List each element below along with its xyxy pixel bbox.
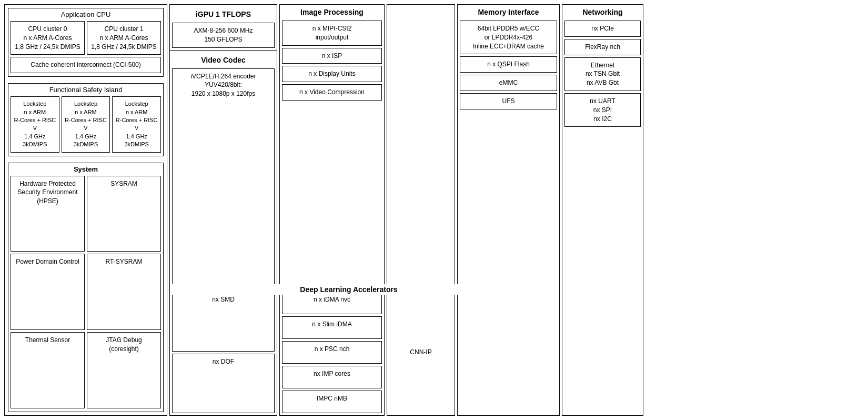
app-cpu-section: Application CPU CPU cluster 0 n x ARM A-…: [8, 8, 164, 77]
power-domain-box: Power Domain Control: [11, 254, 85, 330]
cache-coherent: Cache coherent interconnect (CCI-500): [11, 57, 161, 73]
diagram: Application CPU CPU cluster 0 n x ARM A-…: [0, 0, 868, 420]
networking-title: Networking: [562, 5, 643, 18]
pcie-box: nx PCIe: [564, 21, 641, 37]
idma-box: n x iDMA nvc: [282, 292, 382, 314]
smd-box: nx SMD: [172, 292, 275, 352]
mipi-box: n x MIPI-CSI2 input/output: [282, 21, 382, 46]
igpu-vc-col: iGPU 1 TFLOPS AXM-8-256 600 MHz 150 GFLO…: [169, 4, 277, 416]
lockstep-3: Lockstep n x ARM R-Cores + RISC V 1,4 GH…: [112, 96, 161, 152]
mem-iface-title: Memory Interface: [458, 5, 559, 18]
system-section: System Hardware Protected Security Envir…: [8, 163, 164, 412]
igpu-box: AXM-8-256 600 MHz 150 GFLOPS: [172, 23, 275, 48]
ufs-box: UFS: [460, 93, 557, 109]
serial-box: nx UART nx SPI nx I2C: [564, 93, 641, 127]
sysram-box: SYSRAM: [87, 176, 161, 252]
system-title: System: [11, 165, 161, 176]
thermal-sensor-box: Thermal Sensor: [11, 332, 85, 408]
slim-idma-box: n x Slim iDMA: [282, 316, 382, 339]
mem-iface-col: Memory Interface 64bit LPDDR5 w/ECC or L…: [457, 4, 560, 416]
rt-sysram-box: RT-SYSRAM: [87, 254, 161, 330]
igpu-title: iGPU 1 TFLOPS: [172, 7, 275, 21]
qspi-box: n x QSPI Flash: [460, 56, 557, 73]
lockstep-2: Lockstep n x ARM R-Cores + RISC V 1,4 GH…: [62, 96, 110, 152]
psc-box: n x PSC nch: [282, 341, 382, 364]
jtag-debug-box: JTAG Debug (coresight): [87, 332, 161, 408]
isp-box: n x ISP: [282, 48, 382, 64]
dof-box: nx DOF: [172, 354, 275, 414]
flexray-box: FlexRay nch: [564, 39, 641, 55]
img-proc-col: Image Processing n x MIPI-CSI2 input/out…: [279, 4, 385, 416]
impc-box: IMPC nMB: [282, 391, 382, 413]
emmc-box: eMMC: [460, 75, 557, 91]
cpu-cluster-1: CPU cluster 1 n x ARM A-Cores 1,8 GHz / …: [87, 21, 161, 55]
hpse-box: Hardware Protected Security Environment …: [11, 176, 85, 252]
imp-box: nx IMP cores: [282, 366, 382, 388]
cnn-ip-box: CNN-IP: [387, 289, 455, 415]
display-units-box: n x Display Units: [282, 66, 382, 82]
func-safety-title: Functional Safety Island: [11, 86, 161, 96]
cpu-cluster-0: CPU cluster 0 n x ARM A-Cores 1,8 GHz / …: [11, 21, 85, 55]
lockstep-1: Lockstep n x ARM R-Cores + RISC V 1,4 GH…: [11, 96, 59, 152]
lpddr-box: 64bit LPDDR5 w/ECC or LPDDR4x-426 Inline…: [460, 21, 557, 54]
video-compression-box: n x Video Compression: [282, 84, 382, 101]
func-safety-section: Functional Safety Island Lockstep n x AR…: [8, 83, 164, 156]
video-codec-box: iVCP1E/H.264 encoder YUV420/8bit: 1920 x…: [172, 68, 275, 287]
col-left: Application CPU CPU cluster 0 n x ARM A-…: [4, 4, 167, 416]
video-codec-title: Video Codec: [172, 53, 275, 66]
ethernet-box: Ethernet nx TSN Gbit nx AVB Gbt: [564, 57, 641, 91]
app-cpu-title: Application CPU: [11, 11, 161, 21]
img-proc-title: Image Processing: [280, 5, 384, 18]
networking-col: Networking nx PCIe FlexRay nch Ethernet …: [562, 4, 643, 416]
